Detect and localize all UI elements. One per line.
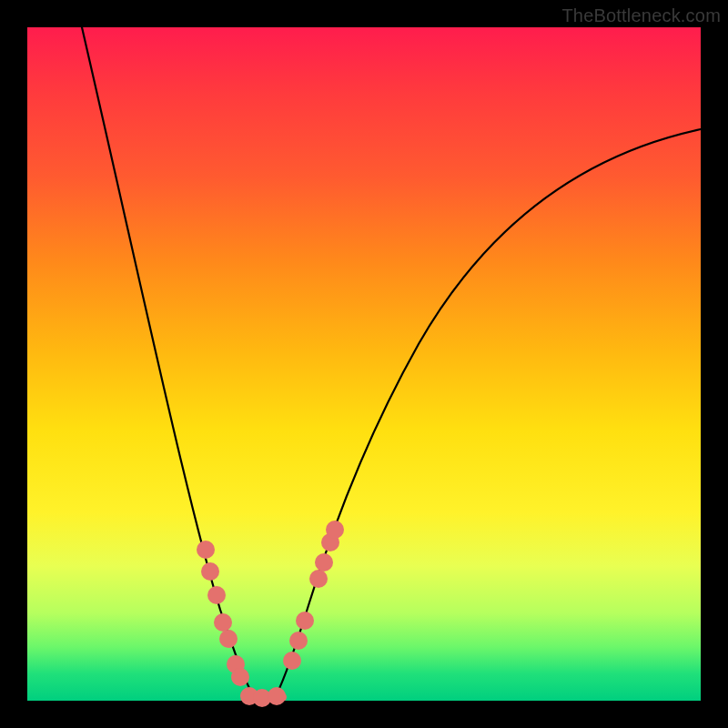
- marker-point-14: [315, 553, 333, 571]
- marker-point-6: [231, 668, 249, 686]
- series-group: [82, 27, 701, 698]
- watermark-text: TheBottleneck.com: [561, 5, 721, 26]
- marker-point-3: [214, 613, 232, 632]
- marker-point-1: [201, 562, 219, 581]
- marker-point-10: [283, 652, 301, 670]
- plot-area: [27, 27, 701, 701]
- marker-point-12: [296, 612, 314, 630]
- marker-group: [197, 521, 344, 707]
- marker-point-13: [309, 570, 328, 588]
- series-left-curve: [82, 27, 255, 698]
- marker-point-2: [207, 586, 226, 604]
- marker-point-9: [268, 687, 286, 705]
- curve-layer: [27, 27, 701, 701]
- series-right-curve: [275, 129, 701, 698]
- marker-point-11: [289, 632, 308, 650]
- marker-point-4: [219, 630, 238, 648]
- marker-point-0: [197, 541, 215, 559]
- chart-stage: TheBottleneck.com: [0, 0, 728, 728]
- marker-point-16: [326, 521, 344, 539]
